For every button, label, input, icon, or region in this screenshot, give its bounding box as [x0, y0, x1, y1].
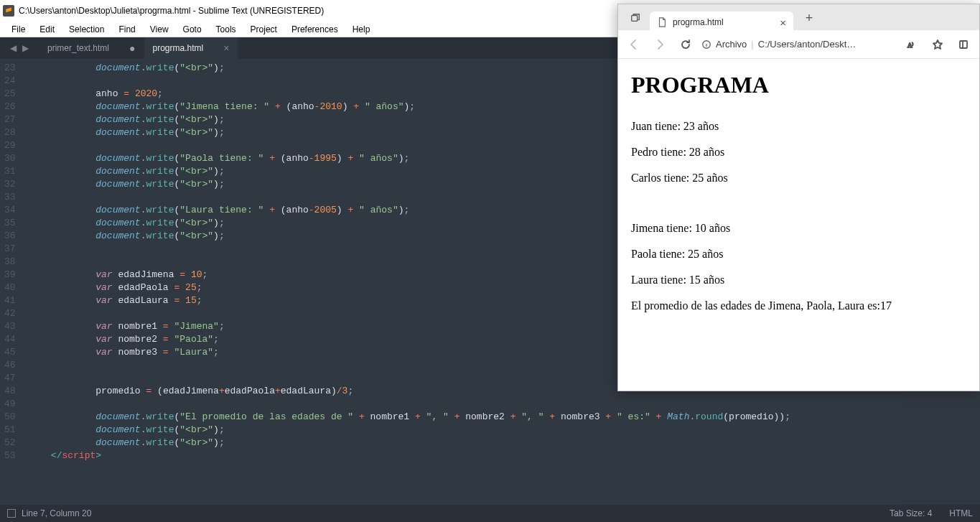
- svg-rect-5: [960, 41, 967, 48]
- menu-preferences[interactable]: Preferences: [284, 23, 345, 36]
- close-icon[interactable]: ×: [780, 17, 786, 29]
- browser-viewport: PROGRAMA Juan tiene: 23 añosPedro tiene:…: [618, 59, 979, 338]
- address-bar[interactable]: Archivo | C:/Users/anton/Deskt…: [699, 39, 899, 50]
- sublime-app-icon: [3, 5, 14, 17]
- page-heading: PROGRAMA: [631, 72, 966, 98]
- page-output-line: Paola tiene: 25 años: [631, 248, 966, 261]
- browser-tab-title: progrma.html: [673, 17, 724, 27]
- line-gutter: 2324252627282930313233343536373839404142…: [0, 59, 24, 505]
- file-tab[interactable]: progrma.html: [144, 37, 238, 59]
- tab-actions-icon[interactable]: [627, 9, 644, 27]
- page-output-line: Jimena tiene: 10 años: [631, 222, 966, 235]
- panel-switch-icon[interactable]: [7, 509, 16, 518]
- close-icon[interactable]: [223, 42, 229, 54]
- menu-selection[interactable]: Selection: [62, 23, 111, 36]
- tab-back-icon[interactable]: ◀: [7, 43, 19, 53]
- svg-text:A⁾: A⁾: [907, 42, 914, 49]
- back-button[interactable]: [621, 32, 647, 57]
- status-position: Line 7, Column 20: [22, 508, 91, 518]
- browser-window: progrma.html × + Archivo | C:/Users/anto…: [617, 4, 980, 391]
- menu-file[interactable]: File: [4, 23, 32, 36]
- browser-tabstrip: progrma.html × +: [618, 4, 979, 30]
- menu-goto[interactable]: Goto: [176, 23, 209, 36]
- browser-tab[interactable]: progrma.html ×: [650, 11, 793, 33]
- page-output-line: Pedro tiene: 28 años: [631, 146, 966, 159]
- tab-nav-arrows[interactable]: ◀ ▶: [0, 37, 39, 59]
- statusbar: Line 7, Column 20 Tab Size: 4 HTML: [0, 505, 980, 522]
- forward-button[interactable]: [647, 32, 673, 57]
- page-average-line: El promedio de las edades de Jimena, Pao…: [631, 299, 966, 312]
- page-output-line: Laura tiene: 15 años: [631, 274, 966, 286]
- read-aloud-button[interactable]: A⁾: [899, 32, 925, 57]
- file-tab-label: progrma.html: [153, 43, 204, 53]
- tab-forward-icon[interactable]: ▶: [19, 43, 32, 53]
- menu-view[interactable]: View: [143, 23, 176, 36]
- page-icon: [657, 17, 667, 27]
- collections-button[interactable]: [951, 32, 976, 57]
- browser-toolbar: Archivo | C:/Users/anton/Deskt… A⁾: [618, 30, 979, 59]
- favorites-button[interactable]: [925, 32, 951, 57]
- addr-scheme: Archivo: [716, 39, 747, 50]
- file-tab[interactable]: primer_text.html: [39, 37, 144, 59]
- menu-tools[interactable]: Tools: [209, 23, 243, 36]
- addr-path: C:/Users/anton/Deskt…: [758, 39, 857, 50]
- site-info-icon[interactable]: [701, 39, 711, 50]
- new-tab-button[interactable]: +: [799, 11, 819, 26]
- refresh-button[interactable]: [673, 32, 699, 57]
- sublime-title: C:\Users\anton\Desktop\Julieta\progrma.h…: [19, 6, 324, 16]
- status-language[interactable]: HTML: [949, 508, 973, 518]
- status-tabsize[interactable]: Tab Size: 4: [890, 508, 932, 518]
- menu-find[interactable]: Find: [111, 23, 142, 36]
- menu-edit[interactable]: Edit: [32, 23, 62, 36]
- menu-help[interactable]: Help: [345, 23, 378, 36]
- page-output-line: Carlos tiene: 25 años: [631, 172, 966, 185]
- menu-project[interactable]: Project: [243, 23, 284, 36]
- file-tab-label: primer_text.html: [47, 43, 109, 53]
- page-output-line: Juan tiene: 23 años: [631, 120, 966, 133]
- svg-rect-0: [632, 16, 638, 22]
- unsaved-dot-icon[interactable]: [129, 42, 135, 54]
